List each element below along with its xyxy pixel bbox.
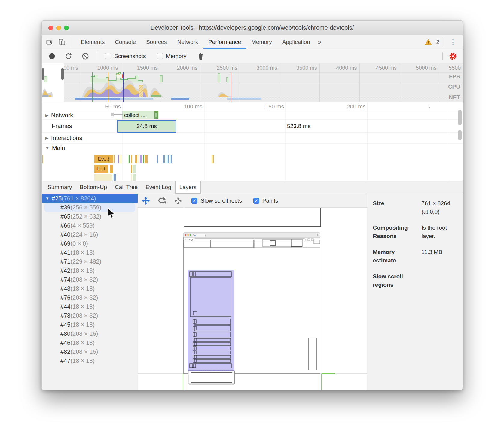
tab-sources[interactable]: Sources [141, 35, 172, 49]
layer-tree-row[interactable]: #43(18 × 18) [42, 284, 138, 293]
selected-frame[interactable]: 34.8 ms [117, 120, 176, 133]
layer-tree-row[interactable]: #76(208 × 32) [42, 293, 138, 302]
layer-tree-row[interactable]: #69(0 × 0) [42, 239, 138, 248]
layer-tree-row[interactable]: #42(18 × 18) [42, 266, 138, 275]
divider [97, 52, 97, 60]
panel-tab-bottom-up[interactable]: Bottom-Up [76, 181, 111, 194]
disclosure-triangle-icon[interactable]: ▶ [45, 113, 48, 118]
event-line-red [231, 72, 231, 102]
layer-size: (0 × 0) [70, 240, 88, 247]
minimize-button[interactable] [56, 26, 61, 30]
layers-3d-viewport[interactable] [138, 208, 367, 390]
layer-id: #39 [60, 204, 70, 211]
layer-size: (208 × 32) [70, 276, 98, 283]
layer-tree-row[interactable]: #82(208 × 16) [42, 347, 138, 356]
device-toolbar-icon[interactable] [58, 38, 66, 46]
divider [444, 38, 444, 46]
panel-tab-layers[interactable]: Layers [175, 181, 201, 194]
layer-tree-row[interactable]: #47(18 × 18) [42, 356, 138, 365]
detail-value: Is the root layer. [421, 224, 457, 240]
function-call-bar[interactable]: F...l [94, 165, 108, 173]
layer-tree-row[interactable]: #39(256 × 559) [44, 203, 135, 212]
flame-ruler: 50 ms100 ms150 ms200 ms250 ms [42, 102, 430, 110]
tab-memory[interactable]: Memory [246, 35, 277, 49]
layer-id: #44 [60, 303, 70, 310]
layer-id: #42 [60, 267, 70, 274]
scrollbar-thumb[interactable] [458, 110, 462, 125]
layers-3d-viewport-canvas[interactable] [138, 208, 367, 390]
layer-id: #80 [60, 330, 70, 337]
warning-icon[interactable]: ! [425, 39, 432, 45]
rotate-mode-icon[interactable] [158, 197, 167, 205]
layer-tree-row[interactable]: #44(18 × 18) [42, 302, 138, 311]
layer-id: #71 [60, 258, 70, 265]
divider [442, 52, 443, 60]
timeline-overview[interactable]: 500 ms1000 ms1500 ms2000 ms2500 ms3000 m… [42, 63, 463, 102]
screenshot-thumbnail [116, 74, 123, 78]
tab-network[interactable]: Network [172, 35, 203, 49]
clear-icon[interactable] [81, 52, 89, 60]
selection-handle-left[interactable] [42, 68, 44, 80]
layer-size: (208 × 16) [70, 330, 98, 337]
layer-tree-row[interactable]: #80(208 × 16) [42, 329, 138, 338]
selection-handle-right[interactable] [61, 68, 64, 80]
disclosure-triangle-icon[interactable]: ▶ [45, 136, 48, 140]
layer-size: (18 × 18) [70, 339, 95, 346]
slow-scroll-rects-label: Slow scroll rects [200, 197, 242, 204]
detail-label: Compositing Reasons [373, 224, 418, 240]
tab-performance[interactable]: Performance [203, 35, 246, 49]
panel-tab-call-tree[interactable]: Call Tree [111, 181, 142, 194]
tab-console[interactable]: Console [110, 35, 141, 49]
tab-application[interactable]: Application [277, 35, 315, 49]
screenshots-checkbox[interactable] [105, 53, 111, 59]
layer-tree-row[interactable]: #40(224 × 16) [42, 230, 138, 239]
layer-tree-row[interactable]: #74(208 × 32) [42, 275, 138, 284]
kebab-menu-icon[interactable]: ⋮ [448, 38, 458, 46]
interactions-row-label[interactable]: ▶ Interactions [45, 133, 82, 143]
layer-tree-row[interactable]: #65(252 × 632) [42, 212, 138, 221]
detail-value: 11.3 MB [421, 248, 457, 264]
panel-tab-event-log[interactable]: Event Log [142, 181, 175, 194]
flame-ruler-tick: 150 ms [251, 103, 284, 110]
disclosure-triangle-icon[interactable]: ▼ [45, 146, 49, 150]
network-row-label[interactable]: ▶ Network [45, 111, 73, 119]
more-tabs-button[interactable]: » [315, 35, 324, 49]
tab-elements[interactable]: Elements [76, 35, 110, 49]
paints-label: Paints [262, 197, 278, 204]
disclosure-triangle-icon[interactable]: ▼ [45, 196, 49, 201]
panel-tab-summary[interactable]: Summary [44, 181, 76, 194]
flame-ruler-tick: 250 ms [414, 103, 430, 110]
scrollbar-thumb[interactable] [458, 130, 462, 140]
flame-chart[interactable]: 50 ms100 ms150 ms200 ms250 ms ▶ Network … [42, 102, 463, 181]
paints-checkbox[interactable]: ✓ [253, 198, 259, 204]
layer-tree-row[interactable]: #78(208 × 32) [42, 311, 138, 320]
layer-id: #76 [60, 294, 70, 301]
settings-gear-icon[interactable] [449, 52, 457, 60]
event-bar[interactable]: Ev...) [94, 155, 113, 163]
next-frame-duration[interactable]: 523.8 ms [287, 120, 310, 133]
layer-tree-row[interactable]: #45(18 × 18) [42, 320, 138, 329]
layer-id: #69 [60, 240, 70, 247]
reset-view-icon[interactable] [174, 197, 182, 205]
trash-icon[interactable] [197, 52, 204, 60]
layer-tree-row[interactable]: #46(18 × 18) [42, 338, 138, 347]
inspect-element-icon[interactable] [46, 38, 54, 46]
layer-tree-row[interactable]: #66(4 × 559) [42, 221, 138, 230]
layer-tree-row[interactable]: #71(229 × 482) [42, 257, 138, 266]
layer-tree-row[interactable]: ▼#25(761 × 8264) [42, 194, 138, 203]
record-button[interactable] [48, 53, 56, 60]
layer-id: #40 [60, 231, 70, 238]
detail-row: Memory estimate11.3 MB [373, 248, 457, 264]
memory-checkbox[interactable] [157, 53, 163, 59]
network-request-bar[interactable]: collect ... [124, 112, 152, 119]
close-button[interactable] [48, 26, 53, 30]
reload-and-profile-icon[interactable] [65, 52, 72, 60]
zoom-button[interactable] [64, 26, 69, 30]
screenshots-label: Screenshots [114, 53, 146, 60]
pan-mode-icon[interactable] [142, 197, 150, 205]
main-row-label[interactable]: ▼ Main [45, 143, 65, 152]
layer-details-pane: Size761 × 8264 (at 0,0)Compositing Reaso… [367, 194, 463, 390]
layer-tree-row[interactable]: #41(18 × 18) [42, 248, 138, 257]
slow-scroll-rects-checkbox[interactable]: ✓ [191, 198, 197, 204]
title-bar[interactable]: Developer Tools - https://developers.goo… [42, 21, 463, 35]
